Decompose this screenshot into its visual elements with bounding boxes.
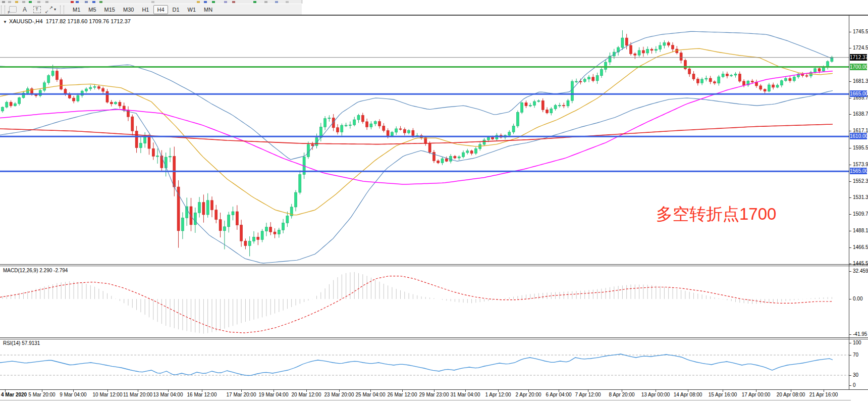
price-tick-label: 1466.50 <box>853 244 868 250</box>
text-label-icon[interactable]: A <box>19 5 30 14</box>
time-tick-label: 17 Mar 20:00 <box>227 392 256 397</box>
arrows-tool-icon[interactable]: ↗↙ <box>43 5 55 14</box>
time-tick-label: 15 Apr 16:00 <box>709 392 737 397</box>
timeframe-button-m30[interactable]: M30 <box>120 5 137 14</box>
timeframe-button-d1[interactable]: D1 <box>169 5 183 14</box>
time-tick-label: 20 Apr 08:00 <box>777 392 805 397</box>
macd-tick-mark <box>849 334 851 335</box>
price-tick-mark <box>849 32 851 32</box>
time-tick-label: 13 Mar 04:00 <box>153 392 183 397</box>
timeframe-button-h4[interactable]: H4 <box>153 5 168 14</box>
timeframe-button-m1[interactable]: M1 <box>69 5 84 14</box>
price-level-badge: 1665.00 <box>850 90 867 97</box>
rsi-panel-canvas[interactable] <box>0 339 849 389</box>
toolbar-icon-fragment <box>212 1 215 3</box>
chart-title: ▼XAUUSD-,H4 1717.82 1718.60 1709.76 1712… <box>3 18 131 24</box>
toolbar-icon-fragment <box>253 1 256 3</box>
timeframe-button-w1[interactable]: W1 <box>184 5 200 14</box>
toolbar-icon-fragment <box>76 1 79 3</box>
crosshair-f-icon[interactable]: F <box>7 5 18 14</box>
toolbar-icon-fragment <box>85 1 88 3</box>
time-tick-label: 2 Apr 20:00 <box>515 392 541 397</box>
rsi-tick-mark <box>849 385 851 386</box>
price-tick-mark <box>849 231 851 231</box>
toolbar-icon-fragment <box>2 1 5 3</box>
rsi-tick-label: 0 <box>853 382 856 388</box>
price-tick-label: 1488.10 <box>853 228 868 234</box>
price-tick-label: 1745.50 <box>853 29 868 35</box>
toolbar-icon-fragment <box>92 1 95 3</box>
price-level-badge: 1610.00 <box>850 133 867 139</box>
macd-panel-canvas[interactable] <box>0 266 849 337</box>
macd-tick-label: 0.00 <box>853 296 862 302</box>
time-tick-label: 7 Apr 12:00 <box>575 392 601 397</box>
time-tick-label: 16 Mar 12:00 <box>187 392 217 397</box>
chart-annotation-text: 多空转折点1700 <box>656 203 776 226</box>
price-tick-mark <box>849 214 851 215</box>
timeframe-button-mn[interactable]: MN <box>200 5 216 14</box>
price-tick-mark <box>849 98 851 98</box>
timeframe-button-h1[interactable]: H1 <box>138 5 152 14</box>
panel-separator[interactable] <box>0 337 868 338</box>
main-chart-canvas[interactable] <box>0 16 849 264</box>
time-tick-label: 14 Apr 08:00 <box>674 392 702 397</box>
mt4-window: F A T ↗↙ ▾ M1M5M15M30H1H4D1W1MN ▼XAUUSD-… <box>0 0 868 402</box>
toolbar-icon-fragment <box>151 1 154 3</box>
price-tick-mark <box>849 131 851 131</box>
price-level-badge: 1712.37 <box>850 54 867 61</box>
price-tick-label: 1638.70 <box>853 111 868 117</box>
toolbar-icon-fragment <box>71 1 74 3</box>
panel-separator[interactable] <box>0 264 868 265</box>
price-level-badge: 1565.00 <box>850 168 867 174</box>
price-tick-label: 1552.30 <box>853 178 868 184</box>
time-tick-label: 19 Mar 04:00 <box>259 392 289 397</box>
toolbar-icon-fragment <box>45 1 48 3</box>
toolbar-icon-fragment <box>22 1 25 3</box>
toolbar-icon-fragment <box>197 1 200 3</box>
text-box-icon[interactable]: T <box>31 5 42 14</box>
rsi-tick-label: 70 <box>853 352 858 358</box>
price-tick-mark <box>849 264 851 264</box>
price-axis-border <box>849 16 849 389</box>
price-tick-mark <box>849 48 851 48</box>
toolbar-icon-fragment <box>99 1 102 3</box>
timeframe-button-m15[interactable]: M15 <box>101 5 119 14</box>
rsi-label: RSI(14) 57.9131 <box>3 340 40 346</box>
macd-tick-label: -41.95 <box>853 331 867 337</box>
price-tick-label: 1531.30 <box>853 194 868 200</box>
price-tick-label: 1595.50 <box>853 145 868 151</box>
price-tick-label: 1724.50 <box>853 45 868 51</box>
price-level-badge: 1700.00 <box>850 64 867 70</box>
time-tick-label: 20 Mar 12:00 <box>292 392 321 397</box>
chart-expander-icon[interactable]: ▼ <box>3 20 7 24</box>
macd-tick-label: 32.459 <box>853 268 868 274</box>
chart-toolbar: F A T ↗↙ ▾ M1M5M15M30H1H4D1W1MN <box>0 4 302 15</box>
time-tick-label: 13 Apr 00:00 <box>641 392 670 397</box>
time-tick-label: 17 Apr 00:00 <box>742 392 771 397</box>
time-tick-label: 25 Mar 04:00 <box>356 392 386 397</box>
time-tick-label: 4 Mar 2020 <box>1 392 27 397</box>
timeframe-group: M1M5M15M30H1H4D1W1MN <box>69 5 216 14</box>
time-tick-label: 1 Apr 12:00 <box>485 392 511 397</box>
time-tick-label: 10 Mar 12:00 <box>93 392 123 397</box>
timeframe-toolbar-handle[interactable] <box>60 6 64 14</box>
toolbar-drag-handle[interactable] <box>1 6 5 14</box>
time-tick-label: 8 Apr 20:00 <box>609 392 634 397</box>
time-tick-label: 31 Mar 04:00 <box>451 392 480 397</box>
price-tick-mark <box>849 165 851 165</box>
toolbar-icon-fragment <box>275 1 278 3</box>
price-tick-label: 1681.30 <box>853 78 868 84</box>
timeframe-button-m5[interactable]: M5 <box>85 5 99 14</box>
toolbar-icon-fragment <box>204 1 207 3</box>
toolbar-icon-fragment <box>8 1 11 3</box>
toolbar-icon-fragment <box>29 1 32 3</box>
toolbar-icon-fragment <box>15 1 18 3</box>
rsi-tick-mark <box>849 355 851 356</box>
time-tick-label: 5 Mar 20:00 <box>28 392 55 397</box>
horizontal-scrollbar[interactable] <box>0 400 851 400</box>
time-tick-label: 29 Mar 23:00 <box>419 392 449 397</box>
price-tick-mark <box>849 181 851 182</box>
arrows-dropdown-caret-icon[interactable]: ▾ <box>54 7 56 12</box>
toolbar-icon-fragment <box>37 1 40 3</box>
time-tick-label: 11 Mar 20:00 <box>123 392 152 397</box>
